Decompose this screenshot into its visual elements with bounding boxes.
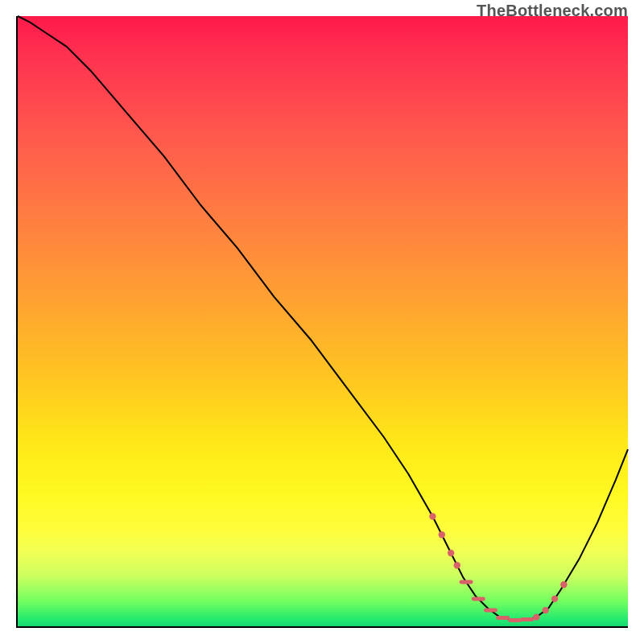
highlight-dot [551, 596, 558, 602]
highlight-dot [533, 613, 539, 620]
highlight-dot [542, 607, 548, 613]
bottleneck-curve-svg [18, 16, 628, 626]
highlight-dot [560, 581, 567, 588]
highlight-dot [429, 513, 436, 519]
highlight-dot [439, 531, 445, 538]
chart-plot-area [16, 16, 628, 628]
bottleneck-curve-line [18, 16, 628, 620]
highlight-dot [448, 550, 454, 556]
highlight-valley-markers [429, 513, 567, 620]
highlight-dot [454, 562, 460, 568]
